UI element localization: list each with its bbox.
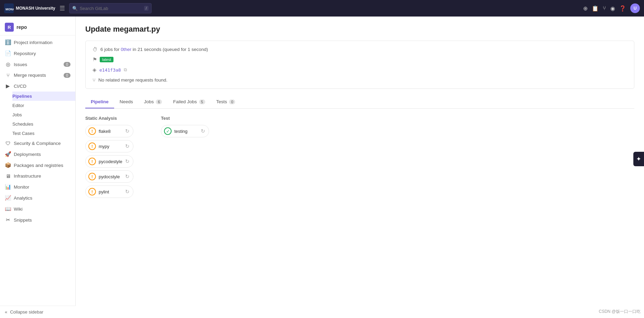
sidebar-item-ci-cd[interactable]: ▶ CI/CD: [0, 81, 75, 92]
collapse-label: Collapse sidebar: [10, 309, 43, 315]
job-pycodestyle[interactable]: ! pycodestyle ↻: [85, 155, 133, 168]
tab-tests[interactable]: Tests 0: [211, 96, 241, 108]
merge-request-row: ⑂ No related merge requests found.: [92, 77, 627, 83]
merge-request-icon[interactable]: ⑂: [603, 5, 606, 11]
snippets-icon: ✂: [5, 217, 11, 223]
search-input[interactable]: [80, 6, 135, 11]
sidebar-item-label: Infrastructure: [14, 173, 41, 179]
sidebar-item-label: Repository: [14, 51, 36, 56]
sidebar-item-label: Monitor: [14, 184, 29, 190]
sidebar-item-label: Issues: [14, 62, 27, 67]
job-pydocstyle[interactable]: ! pydocstyle ↻: [85, 170, 133, 183]
pipeline-columns: Static Analysis ! flake8 ↻ ! mypy ↻ ! py…: [85, 116, 634, 201]
clock-icon: ⏱: [92, 46, 98, 52]
tab-failed-jobs-label: Failed Jobs: [173, 99, 197, 104]
tab-jobs-count: 6: [156, 99, 162, 104]
sidebar-item-merge-requests[interactable]: ⑂ Merge requests 0: [0, 70, 75, 81]
sidebar-item-packages-registries[interactable]: 📦 Packages and registries: [0, 160, 75, 171]
collapse-icon: «: [5, 309, 7, 315]
logo[interactable]: MONASH MONASH University: [4, 3, 55, 13]
retry-icon[interactable]: ↻: [125, 189, 130, 195]
cicd-sub-menu: Pipelines Editor Jobs Schedules Test Cas…: [0, 92, 75, 138]
tab-jobs[interactable]: Jobs 6: [139, 96, 168, 108]
tab-tests-count: 0: [229, 99, 235, 104]
job-pylint-label: pylint: [99, 189, 122, 194]
sidebar-item-security-compliance[interactable]: 🛡 Security & Compliance: [0, 138, 75, 149]
sidebar: R repo ℹ️ Project information 📄 Reposito…: [0, 17, 76, 318]
sidebar-item-jobs[interactable]: Jobs: [12, 110, 75, 119]
hamburger-menu[interactable]: ☰: [58, 3, 66, 13]
search-bar[interactable]: 🔍 /: [69, 3, 152, 13]
retry-icon[interactable]: ↻: [125, 158, 130, 165]
todo-icon[interactable]: 📋: [592, 5, 599, 12]
sidebar-item-editor[interactable]: Editor: [12, 101, 75, 110]
project-information-icon: ℹ️: [5, 39, 11, 45]
sidebar-item-monitor[interactable]: 📊 Monitor: [0, 181, 75, 192]
analytics-icon: 📈: [5, 195, 11, 201]
test-header: Test: [161, 116, 223, 121]
sidebar-item-pipelines[interactable]: Pipelines: [12, 92, 75, 101]
merge-icon: ⑂: [92, 77, 96, 83]
floating-action-button[interactable]: ✦: [633, 152, 644, 166]
sidebar-item-label: CI/CD: [14, 84, 26, 89]
ci-cd-icon: ▶: [5, 83, 11, 89]
tab-tests-label: Tests: [216, 99, 227, 104]
job-testing[interactable]: ✓ testing ↻: [161, 125, 209, 137]
collapse-sidebar-button[interactable]: « Collapse sidebar: [0, 306, 76, 318]
warning-icon: !: [88, 188, 96, 195]
issues-icon[interactable]: ◉: [610, 5, 615, 12]
sidebar-item-analytics[interactable]: 📈 Analytics: [0, 192, 75, 203]
retry-icon[interactable]: ↻: [125, 173, 130, 180]
retry-icon[interactable]: ↻: [125, 128, 130, 134]
sidebar-item-issues[interactable]: ◎ Issues 0: [0, 59, 75, 70]
tab-failed-jobs-count: 5: [199, 99, 205, 104]
commit-hash-link[interactable]: e141f3a8: [99, 67, 121, 73]
sidebar-item-label: Schedules: [12, 121, 33, 127]
repo-name: repo: [17, 24, 27, 30]
monash-logo-icon: MONASH: [4, 3, 14, 13]
sidebar-item-label: Security & Compliance: [14, 141, 61, 146]
tab-pipeline-label: Pipeline: [91, 99, 109, 104]
jobs-info-text: 6 jobs for 0ther in 21 seconds (queued f…: [100, 47, 208, 52]
job-mypy[interactable]: ! mypy ↻: [85, 140, 133, 152]
sidebar-item-label: Test Cases: [12, 131, 34, 136]
sidebar-item-schedules[interactable]: Schedules: [12, 119, 75, 129]
tab-pipeline[interactable]: Pipeline: [85, 96, 114, 108]
tab-failed-jobs[interactable]: Failed Jobs 5: [167, 96, 210, 108]
sidebar-item-infrastructure[interactable]: 🖥 Infrastructure: [0, 171, 75, 181]
branch-link[interactable]: 0ther: [121, 47, 131, 52]
retry-icon[interactable]: ↻: [125, 143, 130, 149]
repo-header[interactable]: R repo: [0, 19, 75, 35]
sidebar-item-label: Snippets: [14, 218, 32, 223]
badge-row: ⚑ latest: [92, 56, 627, 63]
copy-icon[interactable]: ⧉: [124, 67, 127, 73]
sidebar-item-repository[interactable]: 📄 Repository: [0, 48, 75, 59]
sidebar-item-test-cases[interactable]: Test Cases: [12, 129, 75, 138]
commit-icon: ◈: [92, 67, 97, 73]
sidebar-item-snippets[interactable]: ✂ Snippets: [0, 214, 75, 225]
latest-badge: latest: [100, 57, 113, 62]
warning-icon: !: [88, 158, 96, 165]
issues-badge: 0: [64, 62, 70, 67]
flag-icon: ⚑: [92, 56, 97, 63]
static-analysis-column: Static Analysis ! flake8 ↻ ! mypy ↻ ! py…: [85, 116, 147, 201]
job-flake8[interactable]: ! flake8 ↻: [85, 125, 133, 137]
repository-icon: 📄: [5, 50, 11, 56]
job-testing-label: testing: [174, 129, 198, 134]
retry-icon[interactable]: ↻: [201, 128, 205, 134]
job-pylint[interactable]: ! pylint ↻: [85, 186, 133, 198]
sidebar-item-label: Jobs: [12, 112, 22, 117]
page-title: Update megamart.py: [85, 25, 634, 34]
sidebar-item-project-information[interactable]: ℹ️ Project information: [0, 37, 75, 48]
tab-needs-label: Needs: [120, 99, 133, 104]
monitor-icon: 📊: [5, 184, 11, 190]
help-icon[interactable]: ❓: [619, 5, 626, 12]
avatar[interactable]: U: [630, 3, 640, 13]
tab-needs[interactable]: Needs: [114, 96, 139, 108]
top-navigation: MONASH MONASH University ☰ 🔍 / ⊕ 📋 ⑂ ◉ ❓…: [0, 0, 644, 17]
sidebar-item-deployments[interactable]: 🚀 Deployments: [0, 149, 75, 160]
sidebar-item-wiki[interactable]: 📖 Wiki: [0, 203, 75, 214]
create-new-icon[interactable]: ⊕: [583, 5, 588, 12]
search-shortcut: /: [144, 6, 149, 11]
sidebar-item-label: Deployments: [14, 152, 41, 157]
